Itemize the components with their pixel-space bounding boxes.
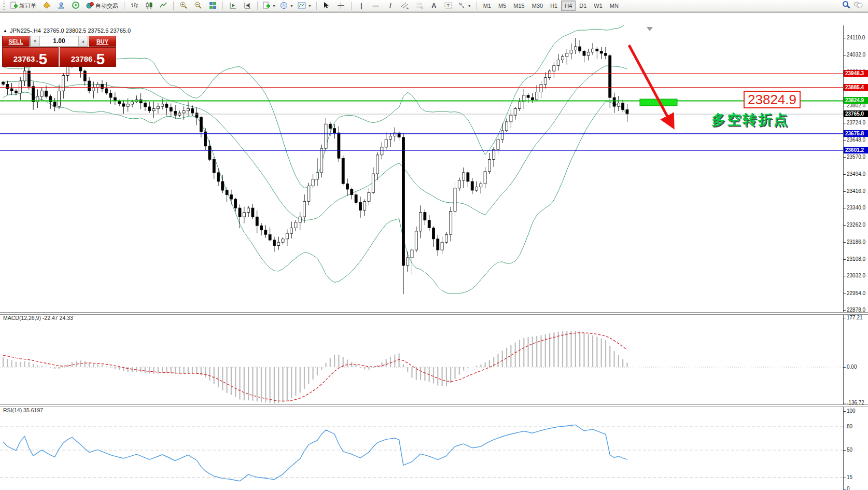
candlestick-chart-button[interactable]: [142, 0, 156, 11]
timeframe-w1[interactable]: W1: [590, 1, 606, 11]
zoom-out-button[interactable]: [191, 0, 205, 11]
price-tick-mark: [843, 191, 846, 192]
price-level-chip[interactable]: 23948.3: [844, 70, 868, 77]
price-axis[interactable]: [843, 25, 844, 490]
vertical-line-button[interactable]: |: [355, 0, 368, 11]
dropdown-arrow-icon: ▼: [290, 4, 293, 8]
arrows-button[interactable]: ▼: [456, 0, 473, 11]
candle-body: [221, 181, 224, 190]
candle-body: [359, 203, 361, 211]
auto-scroll-icon: [229, 2, 237, 10]
templates-button[interactable]: ▼: [296, 0, 313, 11]
crosshair-button[interactable]: [334, 0, 348, 11]
pane-separator[interactable]: [0, 312, 868, 315]
volume-increase-button[interactable]: ▲: [78, 36, 88, 46]
pane-separator[interactable]: [0, 404, 868, 407]
collapse-panel-icon[interactable]: ▲: [3, 29, 7, 33]
trendline-button[interactable]: /: [384, 0, 397, 11]
trend-arrow[interactable]: [629, 45, 672, 125]
candle-body: [122, 104, 125, 106]
text-label-button[interactable]: T: [442, 0, 455, 11]
horizontal-line-button[interactable]: —: [369, 0, 383, 11]
autotrading-button[interactable]: 自动交易: [83, 0, 121, 11]
candle-body: [256, 217, 258, 226]
candle-body: [174, 111, 177, 116]
market-watch-button[interactable]: [54, 0, 68, 11]
candle-body: [32, 87, 35, 102]
buy-button[interactable]: BUY: [89, 36, 116, 47]
candle-body: [501, 131, 503, 139]
fibonacci-icon: F: [415, 2, 424, 10]
candle-body: [342, 158, 344, 184]
candle-body: [600, 51, 603, 53]
price-level-chip[interactable]: 23765.0: [844, 110, 868, 117]
chart-shift-button[interactable]: [241, 0, 254, 11]
candle-body: [355, 195, 357, 203]
price-level-chip[interactable]: 23675.8: [844, 130, 868, 137]
indicators-button[interactable]: ▼: [261, 0, 277, 11]
timeframe-h1[interactable]: H1: [547, 1, 561, 11]
timeframe-d1[interactable]: D1: [576, 1, 590, 11]
tile-windows-button[interactable]: [206, 0, 219, 11]
timeframe-m5[interactable]: M5: [495, 1, 510, 11]
market-watch-icon: [58, 2, 65, 10]
price-tick-mark: [843, 174, 846, 175]
line-chart-button[interactable]: [157, 0, 170, 11]
volume-value[interactable]: 1.00: [40, 36, 78, 46]
text-button[interactable]: A: [427, 0, 441, 11]
crosshair-icon: [337, 2, 345, 10]
candle-body: [183, 111, 185, 113]
equidistant-channel-button[interactable]: E: [398, 0, 412, 11]
candle-body: [329, 124, 331, 129]
candle-body: [286, 233, 288, 239]
bar-chart-button[interactable]: [128, 0, 141, 11]
navigator-button[interactable]: [69, 0, 82, 11]
new-order-button[interactable]: 新订单: [7, 0, 39, 11]
price-level-chip[interactable]: 23824.9: [844, 97, 868, 104]
channel-icon: E: [401, 2, 409, 10]
volume-decrease-button[interactable]: ▼: [31, 36, 40, 46]
rsi-tick-label: 50: [847, 447, 852, 453]
price-tick-mark: [843, 242, 846, 243]
candle-body: [557, 60, 559, 66]
timeframe-m1[interactable]: M1: [480, 1, 495, 11]
rsi-tick-label: 0: [847, 486, 850, 490]
main-chart-pane[interactable]: [0, 25, 843, 312]
candle-body: [488, 159, 491, 171]
timeframe-m15[interactable]: M15: [510, 1, 528, 11]
fibonacci-button[interactable]: F: [413, 0, 426, 11]
candle-body: [27, 71, 30, 87]
price-tick-label: 23186.0: [847, 239, 865, 245]
price-level-chip[interactable]: 23885.4: [844, 84, 868, 91]
timeframe-mn[interactable]: MN: [606, 1, 622, 11]
search-icon[interactable]: [842, 1, 850, 11]
cursor-button[interactable]: [320, 0, 333, 11]
price-tick-mark: [843, 106, 846, 106]
sell-price[interactable]: 23763.5: [2, 47, 59, 67]
rsi-tick-label: 15: [847, 474, 852, 480]
annotation-text: 多空转折点: [711, 110, 789, 129]
price-level-chip[interactable]: 23601.2: [844, 147, 868, 153]
rsi-pane[interactable]: [0, 406, 843, 490]
candle-body: [152, 108, 155, 110]
candle-body: [23, 71, 26, 81]
candle-body: [260, 226, 263, 230]
candle-body: [519, 102, 521, 109]
macd-pane[interactable]: [0, 314, 843, 404]
chat-icon[interactable]: [853, 1, 863, 11]
chart-profile-button[interactable]: [40, 0, 53, 11]
candle-body: [247, 208, 250, 213]
candle-body: [273, 240, 275, 246]
timeframe-h4[interactable]: H4: [561, 1, 576, 11]
buy-price[interactable]: 23786.5: [60, 47, 116, 67]
auto-scroll-button[interactable]: [226, 0, 240, 11]
zoom-in-button[interactable]: [177, 0, 190, 11]
candle-body: [269, 234, 271, 240]
rsi-tick-label: 80: [847, 424, 852, 429]
candle-body: [587, 52, 590, 55]
price-tick-label: 22954.0: [847, 290, 865, 296]
timeframe-m30[interactable]: M30: [528, 1, 547, 11]
periods-button[interactable]: ▼: [278, 0, 295, 11]
sell-button[interactable]: SELL: [2, 36, 30, 47]
chart-shift-marker[interactable]: [647, 27, 653, 31]
